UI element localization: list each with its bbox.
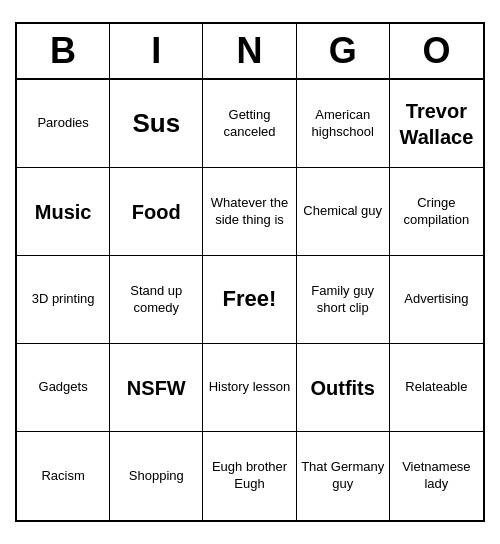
bingo-cell-10: 3D printing (17, 256, 110, 344)
bingo-cell-22: Eugh brother Eugh (203, 432, 296, 520)
bingo-cell-14: Advertising (390, 256, 483, 344)
bingo-cell-3: American highschool (297, 80, 390, 168)
bingo-cell-8: Chemical guy (297, 168, 390, 256)
bingo-cell-19: Relateable (390, 344, 483, 432)
bingo-letter-b: B (17, 24, 110, 78)
bingo-cell-23: That Germany guy (297, 432, 390, 520)
bingo-cell-9: Cringe compilation (390, 168, 483, 256)
bingo-cell-15: Gadgets (17, 344, 110, 432)
bingo-grid: ParodiesSusGetting canceledAmerican high… (17, 80, 483, 520)
bingo-cell-12: Free! (203, 256, 296, 344)
bingo-cell-20: Racism (17, 432, 110, 520)
bingo-cell-16: NSFW (110, 344, 203, 432)
bingo-cell-5: Music (17, 168, 110, 256)
bingo-cell-21: Shopping (110, 432, 203, 520)
bingo-cell-7: Whatever the side thing is (203, 168, 296, 256)
bingo-cell-1: Sus (110, 80, 203, 168)
bingo-cell-24: Vietnamese lady (390, 432, 483, 520)
bingo-cell-18: Outfits (297, 344, 390, 432)
bingo-letter-o: O (390, 24, 483, 78)
bingo-cell-17: History lesson (203, 344, 296, 432)
bingo-letter-g: G (297, 24, 390, 78)
bingo-cell-6: Food (110, 168, 203, 256)
bingo-cell-2: Getting canceled (203, 80, 296, 168)
bingo-cell-4: Trevor Wallace (390, 80, 483, 168)
bingo-cell-11: Stand up comedy (110, 256, 203, 344)
bingo-letter-n: N (203, 24, 296, 78)
bingo-cell-0: Parodies (17, 80, 110, 168)
bingo-card: BINGO ParodiesSusGetting canceledAmerica… (15, 22, 485, 522)
bingo-letter-i: I (110, 24, 203, 78)
bingo-header: BINGO (17, 24, 483, 80)
bingo-cell-13: Family guy short clip (297, 256, 390, 344)
